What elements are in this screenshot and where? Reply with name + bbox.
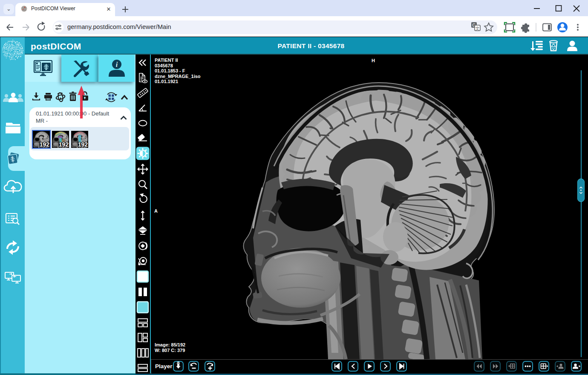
svg-text:文: 文: [476, 26, 480, 31]
